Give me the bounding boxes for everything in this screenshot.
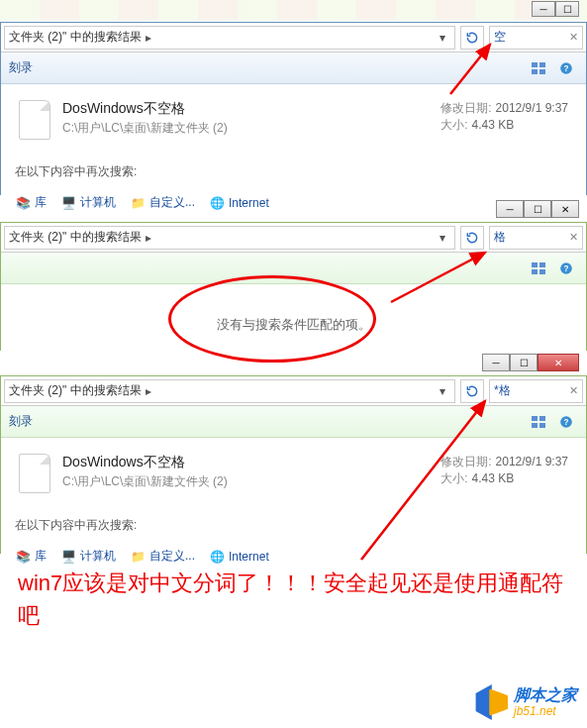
logo-brand: 脚本之家 — [514, 686, 577, 704]
libraries-link[interactable]: 📚库 — [15, 548, 47, 565]
clear-search-icon[interactable]: ✕ — [569, 31, 578, 44]
file-name: DosWindows不空格 — [62, 454, 440, 471]
view-icon — [531, 61, 546, 75]
close-button[interactable]: ✕ — [551, 200, 579, 218]
computer-icon: 🖥️ — [60, 549, 76, 565]
maximize-button[interactable]: ☐ — [510, 354, 538, 371]
svg-rect-7 — [539, 262, 545, 267]
toolbar-burn-label[interactable]: 刻录 — [9, 413, 33, 430]
search-input-2[interactable] — [494, 231, 563, 245]
svg-rect-1 — [539, 62, 545, 67]
file-list-3: DosWindows不空格 C:\用户\LC\桌面\新建文件夹 (2) 修改日期… — [1, 438, 586, 509]
file-row[interactable]: DosWindows不空格 C:\用户\LC\桌面\新建文件夹 (2) 修改日期… — [19, 448, 568, 499]
file-path: C:\用户\LC\桌面\新建文件夹 (2) — [62, 473, 440, 490]
folder-icon: 📁 — [130, 195, 146, 211]
svg-rect-15 — [539, 423, 545, 428]
mod-date-value: 2012/9/1 9:37 — [496, 101, 568, 115]
svg-rect-9 — [539, 269, 545, 274]
help-button[interactable]: ? — [554, 258, 578, 279]
mod-date-label: 修改日期: — [440, 455, 491, 468]
help-button[interactable]: ? — [554, 57, 578, 79]
minimize-button[interactable]: ─ — [496, 200, 524, 218]
svg-rect-3 — [539, 69, 545, 74]
internet-icon: 🌐 — [209, 549, 225, 565]
refresh-button[interactable] — [460, 379, 484, 403]
custom-link[interactable]: 📁自定义... — [130, 548, 195, 565]
file-path: C:\用户\LC\桌面\新建文件夹 (2) — [62, 120, 440, 137]
minimize-button[interactable]: ─ — [482, 354, 510, 371]
search-box-3[interactable]: ✕ — [489, 379, 583, 403]
libraries-icon: 📚 — [15, 195, 31, 211]
mod-date-value: 2012/9/1 9:37 — [496, 455, 568, 468]
breadcrumb-dropdown-icon[interactable]: ▾ — [435, 31, 450, 45]
svg-text:?: ? — [564, 63, 569, 72]
breadcrumb-arrow-icon[interactable]: ▸ — [142, 231, 155, 245]
file-icon — [19, 454, 50, 493]
breadcrumb-text: 文件夹 (2)" 中的搜索结果 — [9, 29, 142, 46]
refresh-icon — [465, 31, 479, 45]
bg-maximize-button[interactable]: ☐ — [555, 1, 579, 17]
search-input-1[interactable] — [494, 31, 563, 45]
bg-minimize-button[interactable]: ─ — [532, 1, 555, 17]
breadcrumb-arrow-icon[interactable]: ▸ — [142, 31, 155, 45]
logo-domain: jb51.net — [514, 704, 577, 718]
clear-search-icon[interactable]: ✕ — [569, 384, 578, 397]
explorer-panel-1: 文件夹 (2)" 中的搜索结果 ▸ ▾ ✕ 刻录 ? DosWindows不空格 — [0, 22, 587, 195]
help-icon: ? — [559, 261, 573, 275]
breadcrumb-text: 文件夹 (2)" 中的搜索结果 — [9, 229, 142, 246]
explorer-panel-2: 文件夹 (2)" 中的搜索结果 ▸ ▾ ✕ ? 没有与搜索条件匹配的项。 — [0, 222, 587, 351]
background-strip — [0, 0, 587, 20]
svg-rect-0 — [532, 62, 538, 67]
search-again-label-3: 在以下内容中再次搜索: — [1, 509, 586, 542]
breadcrumb-arrow-icon[interactable]: ▸ — [142, 384, 155, 398]
addressbar-1: 文件夹 (2)" 中的搜索结果 ▸ ▾ ✕ — [1, 23, 586, 52]
custom-link[interactable]: 📁自定义... — [130, 194, 195, 211]
toolbar-burn-label[interactable]: 刻录 — [9, 59, 33, 76]
search-box-2[interactable]: ✕ — [489, 226, 583, 250]
computer-link[interactable]: 🖥️计算机 — [60, 548, 116, 565]
breadcrumb-text: 文件夹 (2)" 中的搜索结果 — [9, 382, 142, 399]
breadcrumb-dropdown-icon[interactable]: ▾ — [435, 384, 450, 398]
refresh-icon — [465, 231, 479, 245]
svg-rect-13 — [539, 416, 545, 421]
libraries-icon: 📚 — [15, 549, 31, 565]
breadcrumb-2[interactable]: 文件夹 (2)" 中的搜索结果 ▸ ▾ — [4, 226, 455, 250]
computer-icon: 🖥️ — [60, 195, 76, 211]
breadcrumb-dropdown-icon[interactable]: ▾ — [435, 231, 450, 245]
refresh-button[interactable] — [460, 26, 484, 50]
folder-icon: 📁 — [130, 549, 146, 565]
search-box-1[interactable]: ✕ — [489, 26, 583, 50]
internet-icon: 🌐 — [209, 195, 225, 211]
libraries-link[interactable]: 📚库 — [15, 194, 47, 211]
maximize-button[interactable]: ☐ — [524, 200, 551, 218]
close-button[interactable]: ✕ — [538, 354, 579, 371]
search-input-3[interactable] — [494, 384, 563, 398]
file-row[interactable]: DosWindows不空格 C:\用户\LC\桌面\新建文件夹 (2) 修改日期… — [19, 94, 568, 146]
panel3-window-controls: ─ ☐ ✕ — [482, 354, 579, 371]
size-label: 大小: — [440, 118, 467, 132]
help-icon: ? — [559, 415, 573, 429]
toolbar-3: 刻录 ? — [1, 406, 586, 438]
help-button[interactable]: ? — [554, 411, 578, 433]
refresh-icon — [465, 384, 479, 398]
internet-link[interactable]: 🌐Internet — [209, 195, 269, 211]
view-mode-button[interactable] — [527, 258, 550, 279]
svg-text:?: ? — [564, 263, 569, 272]
refresh-button[interactable] — [460, 226, 484, 250]
file-list-1: DosWindows不空格 C:\用户\LC\桌面\新建文件夹 (2) 修改日期… — [1, 84, 586, 156]
svg-rect-2 — [532, 69, 538, 74]
svg-rect-12 — [532, 416, 538, 421]
clear-search-icon[interactable]: ✕ — [569, 231, 578, 244]
internet-link[interactable]: 🌐Internet — [209, 549, 269, 565]
toolbar-2: ? — [1, 253, 586, 284]
breadcrumb-1[interactable]: 文件夹 (2)" 中的搜索结果 ▸ ▾ — [4, 26, 455, 50]
computer-link[interactable]: 🖥️计算机 — [60, 194, 116, 211]
svg-rect-14 — [532, 423, 538, 428]
footer-logo: 脚本之家 jb51.net — [472, 684, 577, 720]
file-name: DosWindows不空格 — [62, 100, 440, 118]
view-mode-button[interactable] — [527, 57, 550, 79]
view-mode-button[interactable] — [527, 411, 550, 433]
breadcrumb-3[interactable]: 文件夹 (2)" 中的搜索结果 ▸ ▾ — [4, 379, 455, 403]
panel2-window-controls: ─ ☐ ✕ — [496, 200, 579, 218]
view-icon — [531, 415, 546, 429]
